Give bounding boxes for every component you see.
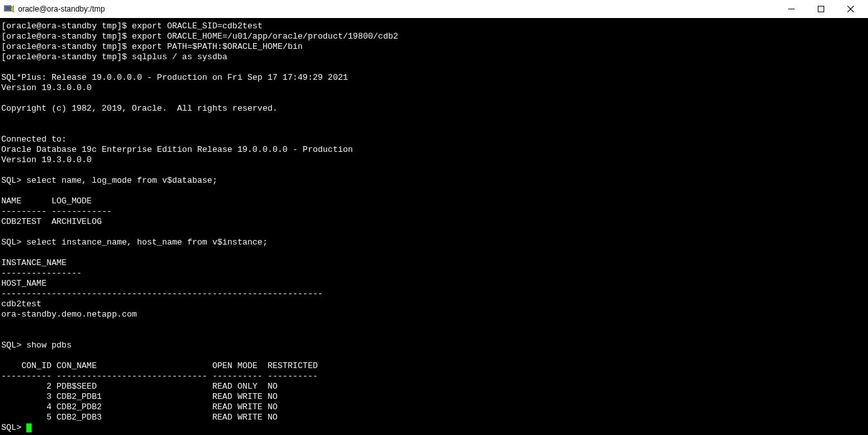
window-controls <box>777 0 865 18</box>
connected-version: Version 19.3.0.0.0 <box>1 155 91 165</box>
table-row: ora-standby.demo.netapp.com <box>1 310 137 319</box>
sqlplus-version: Version 19.3.0.0.0 <box>1 83 91 93</box>
window-title: oracle@ora-standby:/tmp <box>18 5 777 14</box>
shell-line: [oracle@ora-standby tmp]$ export PATH=$P… <box>1 42 303 51</box>
maximize-button[interactable] <box>806 0 836 18</box>
svg-rect-3 <box>818 6 824 12</box>
cursor <box>26 423 32 432</box>
sql-line: SQL> show pdbs <box>1 340 71 350</box>
titlebar: oracle@ora-standby:/tmp <box>0 0 868 19</box>
svg-rect-1 <box>5 6 10 10</box>
table-header: INSTANCE_NAME <box>1 258 66 268</box>
table-row: 3 CDB2_PDB1 READ WRITE NO <box>1 392 278 402</box>
table-row: 4 CDB2_PDB2 READ WRITE NO <box>1 402 278 412</box>
sql-line: SQL> select name, log_mode from v$databa… <box>1 176 217 185</box>
table-sep: ---------------- <box>1 268 82 278</box>
table-sep: --------- ------------ <box>1 207 112 216</box>
putty-icon <box>4 4 14 14</box>
sqlplus-banner: SQL*Plus: Release 19.0.0.0.0 - Productio… <box>1 73 348 82</box>
shell-line: [oracle@ora-standby tmp]$ sqlplus / as s… <box>1 52 227 62</box>
sqlplus-copyright: Copyright (c) 1982, 2019, Oracle. All ri… <box>1 104 278 113</box>
minimize-button[interactable] <box>777 0 806 18</box>
sql-prompt: SQL> <box>1 423 26 432</box>
table-sep: ---------- -----------------------------… <box>1 371 317 381</box>
table-header: HOST_NAME <box>1 279 46 288</box>
sql-line: SQL> select instance_name, host_name fro… <box>1 237 267 247</box>
table-row: 2 PDB$SEED READ ONLY NO <box>1 382 278 391</box>
table-row: cdb2test <box>1 299 41 309</box>
shell-line: [oracle@ora-standby tmp]$ export ORACLE_… <box>1 21 263 31</box>
table-row: CDB2TEST ARCHIVELOG <box>1 217 102 227</box>
table-header: CON_ID CON_NAME OPEN MODE RESTRICTED <box>1 361 317 371</box>
table-sep: ----------------------------------------… <box>1 289 323 299</box>
table-header: NAME LOG_MODE <box>1 196 91 206</box>
connected-db: Oracle Database 19c Enterprise Edition R… <box>1 145 353 154</box>
close-button[interactable] <box>836 0 865 18</box>
shell-line: [oracle@ora-standby tmp]$ export ORACLE_… <box>1 32 398 41</box>
terminal-area[interactable]: [oracle@ora-standby tmp]$ export ORACLE_… <box>0 19 868 435</box>
table-row: 5 CDB2_PDB3 READ WRITE NO <box>1 412 278 422</box>
connected-label: Connected to: <box>1 134 66 144</box>
